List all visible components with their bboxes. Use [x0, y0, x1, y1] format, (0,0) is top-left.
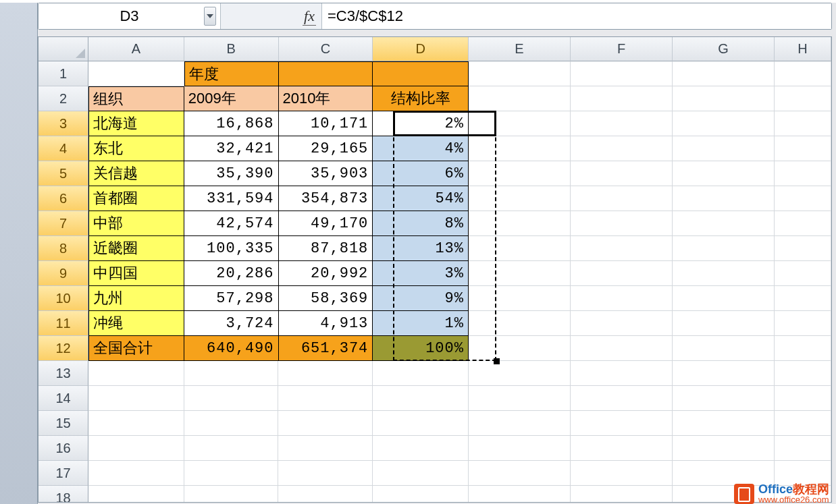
- cell-2009-10[interactable]: 57,298: [184, 286, 279, 311]
- cell-empty[interactable]: [673, 336, 775, 361]
- cell-empty[interactable]: [775, 211, 831, 236]
- cell-empty[interactable]: [673, 86, 775, 111]
- cell-org-7[interactable]: 中部: [88, 211, 184, 236]
- row-header-11[interactable]: 11: [38, 311, 88, 336]
- row-header-13[interactable]: 13: [38, 361, 88, 386]
- cell-empty[interactable]: [373, 411, 469, 436]
- cell-empty[interactable]: [373, 361, 469, 386]
- cell-empty[interactable]: [278, 486, 373, 503]
- cell-empty[interactable]: [469, 411, 571, 436]
- cell-ratio-6[interactable]: 54%: [373, 186, 469, 211]
- cell-empty[interactable]: [88, 386, 184, 411]
- cell-2010-4[interactable]: 29,165: [279, 136, 373, 161]
- cell-empty[interactable]: [278, 436, 373, 461]
- cell-org-5[interactable]: 关信越: [88, 161, 184, 186]
- cell-empty[interactable]: [775, 86, 831, 111]
- cell-empty[interactable]: [571, 111, 673, 136]
- cell-empty[interactable]: [571, 336, 673, 361]
- cell-total-2009[interactable]: 640,490: [184, 336, 279, 361]
- cell-empty[interactable]: [571, 161, 673, 186]
- fill-handle[interactable]: [494, 358, 500, 364]
- cell-empty[interactable]: [469, 386, 571, 411]
- cell-ratio-3[interactable]: 2%: [373, 111, 469, 136]
- cell-empty[interactable]: [571, 411, 673, 436]
- cell-empty[interactable]: [673, 211, 775, 236]
- header-2010[interactable]: 2010年: [279, 86, 373, 111]
- cell-empty[interactable]: [571, 486, 673, 503]
- cell-empty[interactable]: [673, 236, 775, 261]
- header-ratio[interactable]: 结构比率: [373, 86, 469, 111]
- cell-empty[interactable]: [571, 361, 673, 386]
- cell-empty[interactable]: [373, 386, 469, 411]
- cell-empty[interactable]: [184, 436, 279, 461]
- cell-empty[interactable]: [469, 286, 571, 311]
- row-header-6[interactable]: 6: [38, 186, 88, 211]
- cell-2010-5[interactable]: 35,903: [279, 161, 373, 186]
- cell-empty[interactable]: [775, 61, 831, 86]
- cell-A1[interactable]: [88, 61, 184, 86]
- spreadsheet-grid[interactable]: ABCDEFGH 123456789101112131415161718 年度组…: [38, 36, 832, 503]
- cell-empty[interactable]: [469, 236, 571, 261]
- cell-empty[interactable]: [88, 486, 184, 503]
- cell-ratio-9[interactable]: 3%: [373, 261, 469, 286]
- cell-empty[interactable]: [88, 436, 184, 461]
- cell-2010-9[interactable]: 20,992: [279, 261, 373, 286]
- row-header-18[interactable]: 18: [38, 486, 88, 503]
- cell-C1[interactable]: [279, 61, 373, 86]
- row-header-15[interactable]: 15: [38, 411, 88, 436]
- row-header-12[interactable]: 12: [38, 336, 88, 361]
- cell-empty[interactable]: [278, 386, 373, 411]
- column-header-B[interactable]: B: [184, 37, 279, 61]
- column-header-H[interactable]: H: [775, 37, 831, 61]
- cell-empty[interactable]: [673, 361, 775, 386]
- cell-empty[interactable]: [673, 311, 775, 336]
- cell-empty[interactable]: [469, 186, 571, 211]
- cell-total-ratio[interactable]: 100%: [373, 336, 469, 361]
- formula-input[interactable]: =C3/$C$12: [322, 3, 831, 29]
- cell-empty[interactable]: [673, 161, 775, 186]
- cell-2009-3[interactable]: 16,868: [184, 111, 279, 136]
- cell-empty[interactable]: [184, 461, 279, 486]
- row-header-8[interactable]: 8: [38, 236, 88, 261]
- cell-2010-10[interactable]: 58,369: [279, 286, 373, 311]
- cell-empty[interactable]: [184, 411, 279, 436]
- cell-org-6[interactable]: 首都圈: [88, 186, 184, 211]
- cell-org-10[interactable]: 九州: [88, 286, 184, 311]
- cell-empty[interactable]: [775, 411, 831, 436]
- cell-empty[interactable]: [571, 461, 673, 486]
- cell-org-9[interactable]: 中四国: [88, 261, 184, 286]
- cell-empty[interactable]: [571, 86, 673, 111]
- cell-2009-5[interactable]: 35,390: [184, 161, 279, 186]
- column-header-D[interactable]: D: [373, 37, 469, 61]
- cell-ratio-8[interactable]: 13%: [373, 236, 469, 261]
- cell-empty[interactable]: [673, 436, 775, 461]
- row-header-17[interactable]: 17: [38, 461, 88, 486]
- cell-empty[interactable]: [469, 261, 571, 286]
- cell-2009-6[interactable]: 331,594: [184, 186, 279, 211]
- cell-empty[interactable]: [373, 461, 469, 486]
- cell-total-2010[interactable]: 651,374: [279, 336, 373, 361]
- cell-empty[interactable]: [673, 411, 775, 436]
- cell-empty[interactable]: [571, 386, 673, 411]
- cell-empty[interactable]: [571, 186, 673, 211]
- fx-icon[interactable]: fx: [303, 7, 316, 26]
- cell-D1[interactable]: [373, 61, 469, 86]
- column-header-G[interactable]: G: [673, 37, 775, 61]
- column-header-C[interactable]: C: [279, 37, 373, 61]
- cell-empty[interactable]: [775, 386, 831, 411]
- name-box-dropdown-icon[interactable]: [204, 7, 216, 26]
- cell-2009-11[interactable]: 3,724: [184, 311, 279, 336]
- cell-empty[interactable]: [469, 161, 571, 186]
- cell-2010-11[interactable]: 4,913: [279, 311, 373, 336]
- cell-org-3[interactable]: 北海道: [88, 111, 184, 136]
- cell-2009-4[interactable]: 32,421: [184, 136, 279, 161]
- cell-empty[interactable]: [278, 361, 373, 386]
- cell-org-8[interactable]: 近畿圈: [88, 236, 184, 261]
- cell-empty[interactable]: [775, 336, 831, 361]
- cell-total-org[interactable]: 全国合计: [88, 336, 184, 361]
- cell-empty[interactable]: [88, 461, 184, 486]
- cell-empty[interactable]: [571, 211, 673, 236]
- cell-empty[interactable]: [775, 236, 831, 261]
- cell-empty[interactable]: [469, 211, 571, 236]
- cell-org-4[interactable]: 东北: [88, 136, 184, 161]
